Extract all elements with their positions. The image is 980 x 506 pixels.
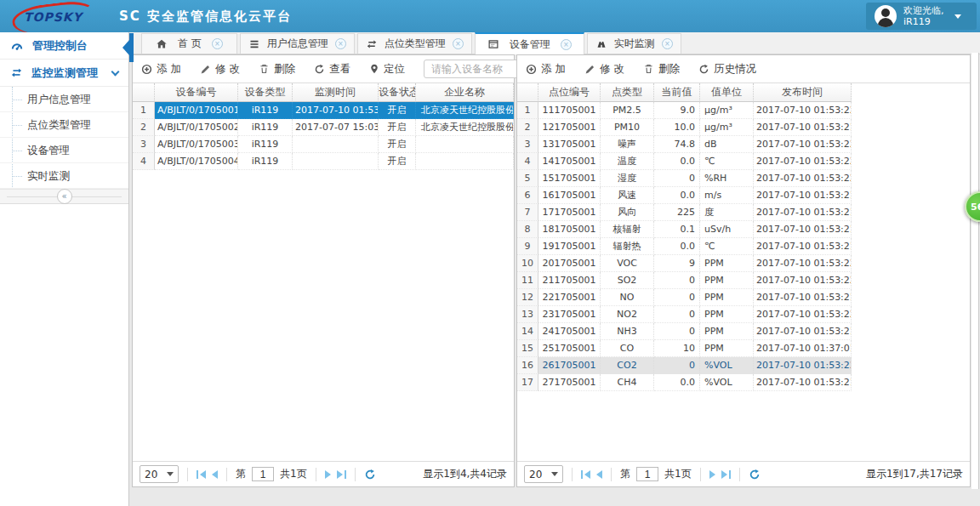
user-menu[interactable]: 欢迎光临, iR119 (866, 3, 977, 30)
column-header[interactable]: 监测时间 (293, 83, 379, 102)
column-header[interactable]: 设备编号 (155, 83, 238, 102)
prev-page-button[interactable] (596, 470, 602, 479)
sidebar-submenu: 用户信息管理 点位类型管理 设备管理 实时监测 (0, 87, 128, 189)
table-cell: m/s (700, 187, 754, 204)
row-number: 8 (517, 221, 538, 238)
delete-button[interactable]: 删除 (643, 62, 680, 77)
column-header[interactable]: 设备状态 (379, 83, 416, 102)
table-cell: 271705001 (538, 374, 601, 391)
sidebar-item-device-mgmt[interactable]: 设备管理 (0, 138, 128, 163)
page-size-select[interactable]: 20 (140, 465, 179, 483)
table-row[interactable]: 17271705001CH40.0%VOL2017-07-10 01:53:21 (517, 374, 852, 391)
sidebar-item-realtime[interactable]: 实时监测 (0, 163, 128, 189)
table-cell: 0.0 (654, 187, 700, 204)
last-page-button[interactable] (721, 470, 731, 479)
reload-button[interactable] (364, 469, 376, 480)
collapse-icon[interactable]: « (57, 189, 72, 204)
table-row[interactable]: 13231705001NO20PPM2017-07-10 01:53:22 (517, 306, 852, 323)
table-row[interactable]: 7171705001风向225度2017-07-10 01:53:21 (517, 204, 852, 221)
column-header[interactable]: 设备类型 (238, 83, 293, 102)
divider (572, 468, 573, 481)
next-page-button[interactable] (709, 470, 715, 479)
table-row[interactable]: 3A/BJLT/0/1705003iR119开启 (133, 136, 514, 153)
table-row[interactable]: 2A/BJLT/0/1705002iR1192017-07-07 15:03:0… (133, 119, 514, 136)
row-number: 12 (517, 289, 538, 306)
column-header[interactable]: 企业名称 (416, 83, 514, 102)
add-button[interactable]: 添 加 (141, 62, 181, 77)
table-row[interactable]: 1A/BJLT/0/1705001iR1192017-07-10 01:53:2… (133, 102, 514, 119)
table-row[interactable]: 3131705001噪声74.8dB2017-07-10 01:53:22 (517, 136, 852, 153)
table-row[interactable]: 8181705001核辐射0.1uSv/h2017-07-10 01:53:21 (517, 221, 852, 238)
sidebar-item-point-type[interactable]: 点位类型管理 (0, 112, 128, 138)
tab-point-type[interactable]: 点位类型管理 × (357, 33, 472, 54)
record-summary: 显示1到4,共4记录 (423, 467, 507, 481)
tab-realtime[interactable]: 实时监测 × (587, 33, 681, 54)
reload-button[interactable] (749, 469, 761, 480)
column-header[interactable]: 值单位 (700, 83, 754, 102)
table-row[interactable]: 15251705001CO10PPM2017-07-10 01:37:01 (517, 340, 852, 357)
view-button[interactable]: 查看 (314, 62, 350, 77)
table-cell: 2017-07-10 01:53:22 (754, 102, 852, 119)
tab-device-mgmt[interactable]: 设备管理 × (475, 32, 584, 54)
table-cell: PPM (700, 323, 754, 340)
close-icon[interactable]: × (212, 38, 223, 49)
close-icon[interactable]: × (662, 38, 673, 49)
table-row[interactable]: 4141705001温度0.0℃2017-07-10 01:53:22 (517, 153, 852, 170)
close-icon[interactable]: × (561, 39, 572, 50)
close-icon[interactable]: × (335, 38, 346, 49)
history-button[interactable]: 历史情况 (698, 62, 756, 77)
table-row[interactable]: 5151705001湿度0%RH2017-07-10 01:53:22 (517, 170, 852, 187)
table-cell: 2017-07-10 01:53:22 (754, 136, 852, 153)
table-cell: 2017-07-10 01:53:22 (754, 306, 852, 323)
button-label: 查看 (329, 62, 350, 77)
add-button[interactable]: 添 加 (526, 62, 566, 77)
table-row[interactable]: 6161705001风速0.0m/s2017-07-10 01:53:21 (517, 187, 852, 204)
table-cell: 北京凌天世纪控股股份有限公司 (416, 119, 514, 136)
edit-button[interactable]: 修 改 (200, 62, 240, 77)
table-cell: 0.0 (654, 238, 700, 255)
tab-bar: 首 页 × 用户信息管理 × 点位类型管理 × 设备管理 × 实时监测 × (129, 32, 980, 54)
locate-button[interactable]: 定位 (369, 62, 405, 77)
prev-page-button[interactable] (212, 470, 218, 479)
table-cell (293, 153, 379, 170)
tab-home[interactable]: 首 页 × (141, 33, 237, 54)
first-page-button[interactable] (581, 470, 590, 479)
sidebar-item-monitor-mgmt[interactable]: 监控监测管理 (0, 60, 128, 87)
table-row[interactable]: 12221705001NO0PPM2017-07-10 01:53:21 (517, 289, 852, 306)
row-number: 2 (133, 119, 155, 136)
table-row[interactable]: 16261705001CO20%VOL2017-07-10 01:53:22 (517, 357, 852, 374)
first-page-button[interactable] (197, 470, 206, 479)
table-cell: 北京凌天世纪控股股份有限公司 (416, 102, 514, 119)
table-row[interactable]: 4A/BJLT/0/1705004iR119开启 (133, 153, 514, 170)
divider (611, 468, 612, 481)
button-label: 定位 (384, 62, 405, 77)
table-row[interactable]: 11211705001SO20PPM2017-07-10 01:53:22 (517, 272, 852, 289)
table-cell: %VOL (700, 357, 754, 374)
table-cell: PPM (700, 306, 754, 323)
column-header[interactable]: 当前值 (654, 83, 700, 102)
column-header[interactable]: 发布时间 (754, 83, 852, 102)
column-header[interactable]: 点类型 (601, 83, 654, 102)
device-table: 设备编号设备类型监测时间设备状态企业名称1A/BJLT/0/1705001iR1… (133, 83, 514, 170)
sidebar-collapse-button[interactable]: « (0, 189, 128, 204)
column-header[interactable]: 点位编号 (538, 83, 601, 102)
page-number-input[interactable] (636, 467, 658, 481)
page-total-label: 共1页 (280, 467, 307, 481)
page-size-select[interactable]: 20 (524, 465, 563, 483)
edit-button[interactable]: 修 改 (584, 62, 624, 77)
table-row[interactable]: 1111705001PM2.59.0μg/m³2017-07-10 01:53:… (517, 102, 852, 119)
sidebar-item-console[interactable]: 管理控制台 (0, 32, 128, 60)
sidebar-item-user-info[interactable]: 用户信息管理 (0, 87, 128, 112)
next-page-button[interactable] (325, 470, 331, 479)
table-row[interactable]: 9191705001辐射热0.0℃2017-07-10 01:53:21 (517, 238, 852, 255)
table-row[interactable]: 10201705001VOC9PPM2017-07-10 01:53:22 (517, 255, 852, 272)
tab-user-info[interactable]: 用户信息管理 × (240, 33, 355, 54)
last-page-button[interactable] (337, 470, 346, 479)
table-row[interactable]: 14241705001NH30PPM2017-07-10 01:53:21 (517, 323, 852, 340)
table-row[interactable]: 2121705001PM1010.0μg/m³2017-07-10 01:53:… (517, 119, 852, 136)
close-icon[interactable]: × (453, 38, 464, 49)
page-number-input[interactable] (252, 467, 274, 481)
delete-button[interactable]: 删除 (259, 62, 295, 77)
sidebar-collapse-handle[interactable] (129, 33, 134, 62)
row-number: 3 (133, 136, 155, 153)
